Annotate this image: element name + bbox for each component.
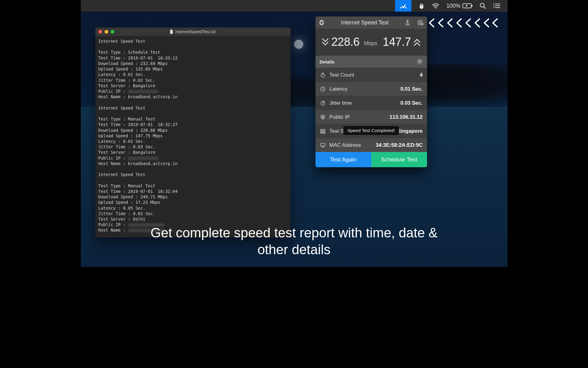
wifi-icon[interactable] — [432, 0, 440, 12]
upload-arrows-icon — [413, 38, 421, 47]
hand-icon[interactable] — [418, 0, 425, 12]
detail-label: Test Count — [330, 72, 416, 78]
svg-rect-4 — [472, 5, 472, 7]
svg-point-7 — [493, 4, 494, 5]
svg-point-9 — [493, 5, 494, 6]
timer-icon — [320, 100, 326, 106]
server-icon — [320, 128, 326, 134]
panel-title: Internet Speed Test — [328, 20, 401, 26]
clock-icon — [320, 86, 326, 92]
speedtest-panel: Internet Speed Test 228.6 Mbps 147.7 — [315, 16, 427, 167]
test-again-button[interactable]: Test Again — [315, 152, 371, 167]
window-traffic-lights — [98, 30, 114, 34]
settings-gear-icon[interactable] — [315, 16, 328, 29]
detail-value: 0.03 Sec. — [401, 100, 423, 106]
schedule-test-button[interactable]: Schedule Test — [371, 152, 427, 167]
detail-label: MAC Address — [330, 142, 372, 148]
panel-buttons: Test Again Schedule Test — [315, 152, 427, 167]
window-title: InternetSpeedTest.txt — [170, 29, 216, 34]
speedtest-menubar-icon[interactable] — [395, 0, 412, 12]
window-titlebar[interactable]: InternetSpeedTest.txt — [95, 27, 290, 36]
panel-header: Internet Speed Test — [315, 16, 427, 29]
minimize-button[interactable] — [105, 30, 108, 34]
detail-row-test-count: Test Count4 — [315, 68, 427, 82]
download-speed: 228.6 — [331, 35, 360, 49]
text-editor-content[interactable]: Internet Speed Test Test Type : Schedule… — [95, 36, 290, 237]
help-icon[interactable]: ? — [417, 59, 423, 65]
svg-line-23 — [323, 103, 324, 103]
report-icon[interactable] — [414, 16, 427, 29]
svg-rect-31 — [321, 131, 325, 132]
close-button[interactable] — [98, 30, 102, 34]
svg-point-2 — [435, 8, 436, 9]
detail-row-jitter-time: Jitter time0.03 Sec. — [315, 96, 427, 110]
anchor-icon[interactable] — [401, 16, 414, 29]
svg-point-1 — [403, 7, 404, 8]
detail-row-mac-address: MAC Address34:3E:58:2A:ED:9C — [315, 138, 427, 152]
text-editor-window[interactable]: InternetSpeedTest.txt Internet Speed Tes… — [95, 27, 290, 237]
download-arrows-icon — [322, 38, 329, 47]
svg-point-11 — [493, 7, 494, 8]
details-header: Details ? — [315, 56, 427, 68]
svg-line-25 — [324, 101, 325, 102]
svg-rect-26 — [321, 115, 325, 118]
spotlight-search-icon[interactable] — [479, 0, 486, 12]
detail-value: 113.106.31.12 — [390, 114, 423, 120]
battery-status[interactable]: 100% — [446, 0, 472, 12]
toast-message: Speed Test Completed! — [343, 126, 399, 135]
monitor-icon — [320, 143, 326, 148]
detail-label: Public IP — [330, 114, 386, 120]
battery-percent: 100% — [446, 3, 460, 9]
detail-value: 34:3E:58:2A:ED:9C — [376, 142, 423, 148]
svg-rect-30 — [321, 129, 325, 131]
detail-value: 4 — [420, 72, 422, 78]
detail-value: Singapore — [397, 128, 422, 134]
document-icon — [170, 30, 173, 34]
menu-bar: 100% — [81, 0, 508, 12]
notification-center-icon[interactable] — [493, 0, 500, 12]
details-label: Details — [320, 59, 335, 64]
stopwatch-icon — [320, 72, 326, 78]
callout-chevrons — [431, 18, 498, 28]
svg-point-29 — [322, 116, 323, 117]
detail-label: Latency — [330, 86, 397, 92]
ip-icon — [320, 114, 326, 120]
detail-row-test-server: Test ServerSingaporeSpeed Test Completed… — [315, 124, 427, 138]
desktop-screenshot: 100% InternetSpeedTest.txt — [81, 0, 508, 267]
svg-rect-32 — [321, 132, 325, 133]
svg-line-6 — [484, 7, 486, 9]
detail-row-public-ip: Public IP113.106.31.12 — [315, 110, 427, 124]
detail-label: Jitter time — [330, 100, 397, 106]
detail-value: 0.01 Sec. — [401, 86, 423, 92]
moon-decoration — [294, 40, 303, 49]
fullscreen-button[interactable] — [111, 30, 114, 34]
battery-charging-icon — [462, 3, 473, 9]
marketing-caption: Get complete speed test report with time… — [81, 224, 508, 258]
detail-row-latency: Latency0.01 Sec. — [315, 82, 427, 96]
speed-unit: Mbps — [364, 40, 377, 47]
upload-speed: 147.7 — [383, 35, 411, 49]
svg-rect-33 — [321, 143, 325, 146]
speed-display: 228.6 Mbps 147.7 — [315, 29, 427, 56]
